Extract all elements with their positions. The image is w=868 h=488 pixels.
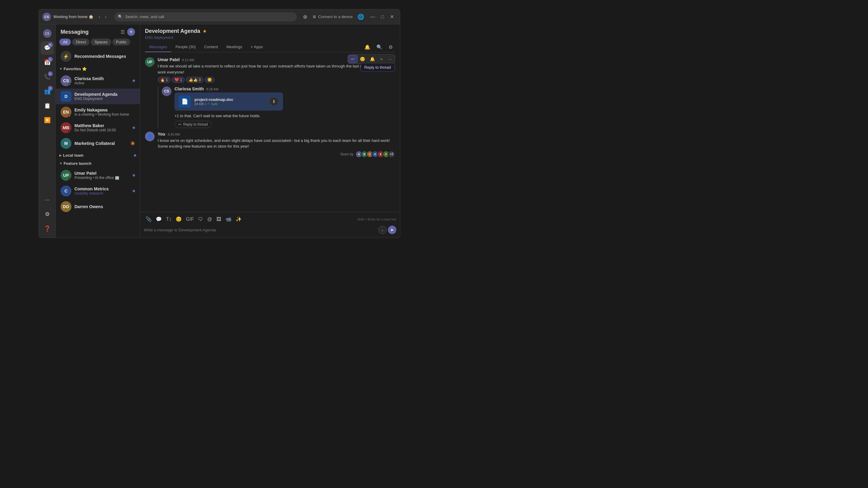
sidebar-menu-button[interactable]: ☰ <box>119 28 126 36</box>
file-name: project-roadmap.doc <box>194 97 266 102</box>
rail-item-calendar[interactable]: 📅 1 <box>41 56 54 69</box>
umar-msg-text: I think we should all take a moment to r… <box>158 63 395 75</box>
clarissa-avatar: CS <box>61 75 71 86</box>
tab-meetings[interactable]: Meetings <box>222 42 247 52</box>
app-window: CS Working from home 🏠 ‹ › 🔍 Search, mee… <box>38 9 400 238</box>
contact-marketing[interactable]: M Marketing Collateral 🔕 <box>56 135 140 151</box>
rail-item-people[interactable]: 👥 1 <box>41 85 54 98</box>
attach-button[interactable]: 📎 <box>144 215 153 224</box>
contact-darren[interactable]: DO Darren Owens <box>56 199 140 215</box>
tab-direct[interactable]: Direct <box>72 38 90 45</box>
messaging-badge: 5 <box>48 42 53 47</box>
scroll-down-button[interactable]: ⌄ <box>378 226 387 234</box>
tab-spaces[interactable]: Spaces <box>91 38 111 45</box>
rail-item-help[interactable]: ❓ <box>41 222 54 235</box>
umar-info: Umar Patel Presenting • At the office 🏢 <box>74 171 130 180</box>
tab-apps[interactable]: + Apps <box>247 42 267 52</box>
chat-header: Development Agenda ★ ENG Deployment Mess… <box>140 24 400 53</box>
rail-item-messaging[interactable]: 💬 5 <box>41 41 54 55</box>
chat-quote-button[interactable]: 💬 <box>154 215 164 224</box>
recommended-icon: ⚡ <box>61 51 71 62</box>
tab-people[interactable]: People (30) <box>171 42 200 52</box>
ai-button[interactable]: ✨ <box>234 215 244 224</box>
close-button[interactable]: ✕ <box>388 13 396 21</box>
mention-button[interactable]: @ <box>205 215 214 224</box>
contact-umar[interactable]: UP Umar Patel Presenting • At the office… <box>56 167 140 183</box>
screenshot-button[interactable]: 🖼 <box>215 215 223 224</box>
reply-thread-label: Reply to thread <box>183 122 208 127</box>
alert-action[interactable]: 🔔 <box>367 55 377 63</box>
section-local-team[interactable]: ▶ Local team <box>56 151 140 159</box>
search-bar[interactable]: 🔍 Search, meet, and call <box>114 12 297 22</box>
dev-agenda-subtitle: ENG Deployment <box>74 97 135 101</box>
more-actions[interactable]: ··· <box>386 55 394 63</box>
section-favorites[interactable]: ▼ Favorites ⭐ <box>56 65 140 73</box>
contact-common-metrics[interactable]: C Common Metrics Usability research <box>56 183 140 199</box>
recommended-label: Recommended Messages <box>74 54 126 59</box>
reaction-fire[interactable]: 🔥 1 <box>158 77 170 83</box>
reply-thread-action[interactable]: ↩ <box>348 55 358 63</box>
reply-to-thread-button[interactable]: ↩ Reply to thread <box>175 121 212 128</box>
chat-star-icon[interactable]: ★ <box>203 28 207 34</box>
schedule-button[interactable]: 📹 <box>224 215 233 224</box>
rail-item-calls[interactable]: 📞 1 <box>41 70 54 84</box>
reaction-thumbs[interactable]: 👍👍 3 <box>186 77 204 83</box>
tab-all[interactable]: All <box>59 38 71 45</box>
rail-item-settings[interactable]: ⚙ <box>41 207 54 221</box>
contact-matthew[interactable]: MB Matthew Baker Do Not Disturb until 16… <box>56 120 140 135</box>
message-actions-toolbar: ↩ 😊 🔔 ⤷ ··· Reply to thread <box>347 54 395 64</box>
umar-avatar: UP <box>61 170 71 181</box>
search-button[interactable]: 🔍 <box>374 42 385 52</box>
file-download-button[interactable]: ⬇ <box>269 97 279 106</box>
reaction-smile[interactable]: 😊 <box>205 77 215 83</box>
tab-messages[interactable]: Messages <box>145 42 171 52</box>
contact-emily[interactable]: EN Emily Nakagawa In a meeting • Working… <box>56 104 140 120</box>
forward-button[interactable]: › <box>103 13 108 21</box>
emoji-button[interactable]: 😊 <box>174 215 184 224</box>
messages-area[interactable]: UP Umar Patel 8:12 AM I think we should … <box>140 53 400 212</box>
emoji-reaction-action[interactable]: 😊 <box>358 55 367 63</box>
dev-agenda-avatar: D <box>61 91 71 102</box>
maximize-button[interactable]: □ <box>378 13 386 21</box>
umar-msg-avatar: UP <box>145 57 155 67</box>
add-button[interactable]: ⊕ <box>303 13 307 20</box>
common-metrics-subtitle: Usability research <box>74 191 130 195</box>
sidebar-scroll[interactable]: ⚡ Recommended Messages ▼ Favorites ⭐ CS … <box>56 48 140 238</box>
matthew-unread-badge <box>133 127 135 129</box>
reaction-heart[interactable]: ❤️ 1 <box>172 77 185 83</box>
contact-dev-agenda[interactable]: D Development Agenda ENG Deployment <box>56 89 140 104</box>
tab-content[interactable]: Content <box>200 42 222 52</box>
you-msg-content: You 8:30 AM I know we're on tight schedu… <box>158 132 395 159</box>
local-team-label: Local team <box>63 153 133 158</box>
rail-item-more[interactable]: ··· <box>41 193 54 206</box>
matthew-status-dot <box>68 130 71 133</box>
emily-avatar: EN <box>61 107 71 118</box>
rail-item-webex[interactable]: ▶️ <box>41 113 54 127</box>
marketing-avatar: M <box>61 138 71 149</box>
gif-button[interactable]: GIF <box>184 215 196 224</box>
back-button[interactable]: ‹ <box>97 13 102 21</box>
file-icon: 📄 <box>179 96 191 107</box>
marketing-name: Marketing Collateral <box>74 141 127 146</box>
sidebar-add-button[interactable]: + <box>127 28 135 36</box>
rail-item-contacts[interactable]: 📋 <box>41 99 54 112</box>
tab-public[interactable]: Public <box>113 38 130 45</box>
composer-input[interactable] <box>144 228 376 232</box>
forward-action[interactable]: ⤷ <box>377 55 386 63</box>
send-button[interactable]: ➤ <box>388 226 396 234</box>
connect-button[interactable]: 🖥 Connect to a device <box>310 13 355 20</box>
minimize-button[interactable]: — <box>368 13 377 21</box>
notifications-button[interactable]: 🔔 <box>362 42 373 52</box>
text-format-button[interactable]: T↕ <box>164 215 173 224</box>
umar-status-dot <box>68 178 71 181</box>
contact-clarissa[interactable]: CS Clarissa Smith Active <box>56 73 140 89</box>
rail-item-avatar[interactable]: CS <box>41 27 54 40</box>
sticker-button[interactable]: 🗨 <box>196 215 205 224</box>
recommended-messages-item[interactable]: ⚡ Recommended Messages <box>56 48 140 65</box>
composer-actions: ⌄ ➤ <box>378 226 396 234</box>
settings-button[interactable]: ⚙ <box>386 42 395 52</box>
user-avatar[interactable]: CS <box>42 13 51 21</box>
section-feature-launch[interactable]: ▼ Feature launch <box>56 159 140 167</box>
favorites-label: Favorites ⭐ <box>64 67 136 71</box>
local-team-unread-badge <box>134 154 136 157</box>
